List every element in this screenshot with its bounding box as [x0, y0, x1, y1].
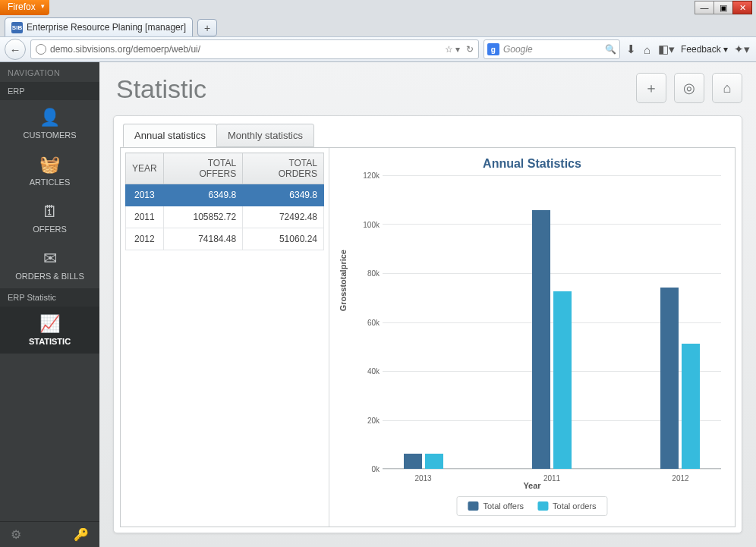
col-total-offers[interactable]: TOTAL OFFERS [163, 153, 243, 184]
sidebar-group-erp-statistic[interactable]: ERP Statistic [0, 288, 99, 307]
sidebar-item-statistic[interactable]: 📈STATISTIC [0, 307, 99, 354]
search-placeholder: Google [503, 44, 533, 55]
addon-icon[interactable]: ✦▾ [732, 42, 751, 56]
orders-icon: ✉ [3, 249, 96, 269]
sidebar-item-articles[interactable]: 🧺ARTICLES [0, 147, 99, 194]
chart-bar [682, 344, 700, 469]
sidebar: NAVIGATION ERP 👤CUSTOMERS 🧺ARTICLES 🗓OFF… [0, 62, 99, 547]
chart-bar [404, 454, 422, 469]
settings-gear-icon[interactable]: ⚙ [11, 527, 21, 542]
firefox-app-button[interactable]: Firefox [0, 0, 49, 15]
back-button[interactable]: ← [5, 39, 26, 60]
sidebar-item-customers[interactable]: 👤CUSTOMERS [0, 100, 99, 147]
chart-bar [532, 210, 550, 469]
search-engine-icon: g [487, 43, 499, 55]
chart-bar [425, 454, 443, 469]
sidebar-group-erp[interactable]: ERP [0, 82, 99, 100]
col-total-orders[interactable]: TOTAL ORDERS [243, 153, 324, 184]
chart-title: Annual Statistics [335, 157, 729, 171]
search-icon[interactable]: 🔍 [605, 44, 616, 55]
new-tab-button[interactable]: + [197, 19, 217, 36]
downloads-icon[interactable]: ⬇ [625, 42, 638, 56]
home-icon[interactable]: ⌂ [642, 43, 652, 56]
sidebar-item-offers[interactable]: 🗓OFFERS [0, 194, 99, 241]
browser-tab[interactable]: SIB Enterprise Resource Planing [manager… [5, 17, 193, 36]
table-row[interactable]: 201274184.4851060.24 [126, 228, 324, 250]
tab-favicon: SIB [11, 22, 23, 33]
chart-bar [553, 291, 572, 469]
statistics-table: YEAR TOTAL OFFERS TOTAL ORDERS 20136349.… [125, 152, 324, 250]
chart-xtick: 2013 [414, 474, 431, 483]
offers-icon: 🗓 [3, 202, 96, 222]
tab-title: Enterprise Resource Planing [manager] [27, 22, 186, 33]
tab-annual-statistics[interactable]: Annual statistics [123, 124, 217, 147]
content-panel: Annual statistics Monthly statistics YEA… [113, 115, 742, 533]
chart-xtick: 2012 [672, 474, 688, 483]
col-year[interactable]: YEAR [126, 153, 164, 184]
chart-ylabel: Grosstotalprice [339, 250, 348, 311]
legend-swatch-offers [468, 501, 478, 511]
window-maximize-button[interactable]: ▣ [713, 1, 733, 14]
sidebar-item-orders-bills[interactable]: ✉ORDERS & BILLS [0, 241, 99, 288]
action-home-button[interactable]: ⌂ [712, 73, 742, 103]
search-box[interactable]: g Google 🔍 [484, 39, 620, 59]
reload-icon[interactable]: ↻ [466, 44, 474, 55]
statistic-icon: 📈 [3, 314, 96, 334]
window-close-button[interactable]: ✕ [732, 1, 752, 14]
bookmark-star-icon[interactable]: ☆ ▾ [445, 44, 460, 55]
customers-icon: 👤 [3, 108, 96, 127]
annual-statistics-chart: Annual Statistics Grosstotalprice 0k20k4… [329, 148, 735, 527]
nav-header: NAVIGATION [0, 62, 99, 82]
url-text: demo.sibvisions.org/demoerp/web/ui/ [50, 44, 200, 55]
key-icon[interactable]: 🔑 [74, 527, 89, 542]
chart-legend: Total offers Total orders [456, 496, 607, 516]
chart-xlabel: Year [523, 481, 540, 490]
bookmarks-menu-icon[interactable]: ◧▾ [657, 42, 676, 56]
legend-swatch-orders [537, 501, 548, 511]
globe-icon [36, 44, 46, 55]
action-refresh-button[interactable]: ◎ [674, 73, 704, 103]
articles-icon: 🧺 [3, 155, 96, 174]
window-minimize-button[interactable]: — [695, 1, 714, 14]
chart-bar [660, 288, 679, 469]
table-row[interactable]: 2011105852.7272492.48 [126, 206, 324, 228]
chart-xtick: 2011 [543, 474, 560, 483]
action-add-button[interactable]: ＋ [636, 73, 666, 103]
tab-monthly-statistics[interactable]: Monthly statistics [216, 124, 314, 147]
feedback-button[interactable]: Feedback ▾ [681, 44, 728, 55]
url-bar[interactable]: demo.sibvisions.org/demoerp/web/ui/ ☆ ▾↻ [30, 39, 479, 59]
table-row[interactable]: 20136349.86349.8 [126, 184, 324, 206]
